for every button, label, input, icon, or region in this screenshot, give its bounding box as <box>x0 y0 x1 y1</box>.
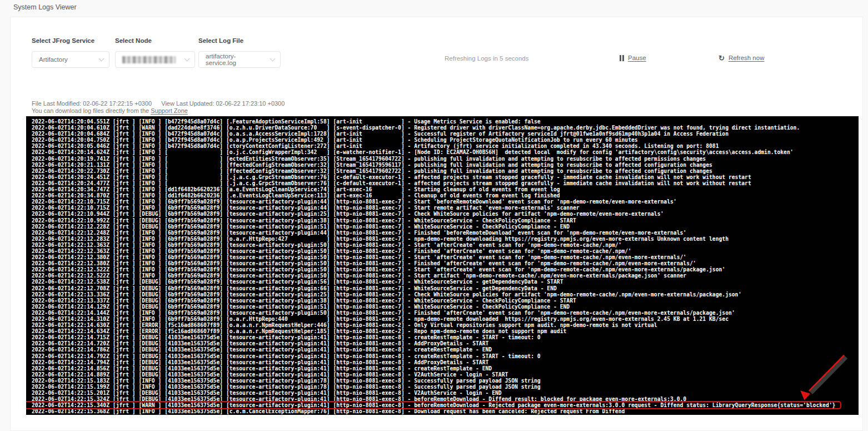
log-line: 2022-06-02T14:22:12.522Z [jfrt ] [INFO ]… <box>32 266 859 273</box>
log-line: 2022-06-02T14:22:15.368Z [jfrt ] [INFO ]… <box>32 408 859 414</box>
chevron-down-icon <box>184 56 190 62</box>
chevron-down-icon <box>270 56 276 62</box>
log-line: 2022-06-02T14:22:14.856Z [jfrt ] [DEBUG]… <box>32 365 859 371</box>
log-line: 2022-06-02T14:20:24.451Z [jfrt ] [INFO ]… <box>32 174 859 180</box>
log-line: 2022-06-02T14:22:14.889Z [jfrt ] [DEBUG]… <box>32 371 859 378</box>
view-last-updated: View Last Updated: 02-06-22 17:23:10 +03… <box>161 100 285 107</box>
log-line: 2022-06-02T14:22:14.786Z [jfrt ] [DEBUG]… <box>32 346 859 353</box>
log-line: 2022-06-02T14:22:13.336Z [jfrt ] [DEBUG]… <box>32 291 859 298</box>
log-line: 2022-06-02T14:22:15.201Z [jfrt ] [DEBUG]… <box>32 390 859 396</box>
logfile-select-value: artifactory-service.log <box>206 53 266 66</box>
log-line: 2022-06-02T14:22:12.228Z [jfrt ] [DEBUG]… <box>32 224 859 230</box>
service-select[interactable]: Artifactory <box>32 51 109 68</box>
log-line: 2022-06-02T14:20:04.684Z [jfrt ] [INFO ]… <box>32 131 859 137</box>
refresh-icon: ↻ <box>719 55 725 61</box>
log-line: 2022-06-02T14:22:14.129Z [jfrt ] [DEBUG]… <box>32 304 859 310</box>
log-line: 2022-06-02T14:22:14.794Z [jfrt ] [DEBUG]… <box>32 359 859 365</box>
log-line: 2022-06-02T14:22:10.715Z [jfrt ] [INFO ]… <box>32 199 859 205</box>
log-line: 2022-06-02T14:22:14.715Z [jfrt ] [DEBUG]… <box>32 334 859 340</box>
log-line: 2022-06-02T14:22:12.248Z [jfrt ] [INFO ]… <box>32 230 859 236</box>
pause-button[interactable]: Pause <box>620 55 646 61</box>
refresh-countdown-text: Refreshing Logs in 5 seconds <box>445 55 529 62</box>
log-line: 2022-06-02T14:20:22.730Z [jfrt ] [INFO ]… <box>32 168 859 174</box>
file-last-modified: File Last Modified: 02-06-22 17:22:15 +0… <box>32 100 152 107</box>
log-line: 2022-06-02T14:22:13.337Z [jfrt ] [DEBUG]… <box>32 298 859 304</box>
log-line: 2022-06-02T14:22:12.283Z [jfrt ] [INFO ]… <box>32 236 859 242</box>
log-line: 2022-06-02T14:22:10.715Z [jfrt ] [INFO ]… <box>32 205 859 211</box>
log-line: 2022-06-02T14:22:14.310Z [jfrt ] [INFO ]… <box>32 316 859 322</box>
log-line: 2022-06-02T14:22:14.144Z [jfrt ] [INFO ]… <box>32 310 859 316</box>
log-line: 2022-06-02T14:22:12.363Z [jfrt ] [INFO ]… <box>32 242 859 248</box>
log-line: 2022-06-02T14:22:15.340Z [jfrt ] [WARN ]… <box>26 402 840 408</box>
log-line: 2022-06-02T14:22:12.380Z [jfrt ] [INFO ]… <box>32 260 859 266</box>
log-line: 2022-06-02T14:22:14.630Z [jfrt ] [ERROR]… <box>32 322 859 328</box>
system-logs-viewer-page: System Logs Viewer Select JFrog Service … <box>0 0 868 431</box>
log-line: 2022-06-02T14:20:34.747Z [jfrt ] [INFO ]… <box>32 186 859 192</box>
log-line: 2022-06-02T14:22:15.183Z [jfrt ] [INFO ]… <box>32 378 859 384</box>
refresh-now-label: Refresh now <box>729 55 765 61</box>
log-line: 2022-06-02T14:20:04.551Z [jfrt ] [INFO ]… <box>32 118 859 125</box>
log-line: 2022-06-02T14:22:10.944Z [jfrt ] [DEBUG]… <box>32 211 859 217</box>
log-line: 2022-06-02T14:20:34.870Z [jfrt ] [INFO ]… <box>32 192 859 199</box>
page-title: System Logs Viewer <box>13 3 77 11</box>
node-select[interactable] <box>115 51 195 68</box>
chevron-down-icon <box>99 56 104 62</box>
download-hint-text: You can download log files directly from… <box>32 107 151 114</box>
log-line: 2022-06-02T14:22:15.199Z [jfrt ] [INFO ]… <box>32 384 859 390</box>
log-line: 2022-06-02T14:22:12.363Z [jfrt ] [INFO ]… <box>32 248 859 254</box>
log-line: 2022-06-02T14:20:19.741Z [jfrt ] [INFO ]… <box>32 156 859 162</box>
file-info-row: File Last Modified: 02-06-22 17:22:15 +0… <box>32 100 292 107</box>
log-line: 2022-06-02T14:20:21.131Z [jfrt ] [INFO ]… <box>32 162 859 168</box>
log-console[interactable]: 2022-06-02T14:20:04.551Z [jfrt ] [INFO ]… <box>26 116 859 415</box>
log-line: 2022-06-02T14:22:12.708Z [jfrt ] [DEBUG]… <box>32 285 859 291</box>
log-line: 2022-06-02T14:22:12.522Z [jfrt ] [INFO ]… <box>32 273 859 279</box>
node-select-redacted-value <box>122 56 176 63</box>
logfile-select-label: Select Log File <box>198 37 243 44</box>
log-line: 2022-06-02T14:20:14.624Z [jfrt ] [INFO ]… <box>32 149 859 155</box>
refresh-now-button[interactable]: ↻ Refresh now <box>719 55 764 61</box>
pause-button-label: Pause <box>628 55 646 61</box>
log-line: 2022-06-02T14:22:14.792Z [jfrt ] [DEBUG]… <box>32 353 859 359</box>
log-line: 2022-06-02T14:22:15.324Z [jfrt ] [DEBUG]… <box>32 396 859 402</box>
log-line: 2022-06-02T14:22:14.720Z [jfrt ] [DEBUG]… <box>32 340 859 346</box>
download-hint: You can download log files directly from… <box>32 107 188 114</box>
log-line: 2022-06-02T14:20:04.750Z [jfrt ] [INFO ]… <box>32 137 859 143</box>
node-select-label: Select Node <box>115 37 152 44</box>
support-zone-link[interactable]: Support Zone <box>151 107 188 114</box>
log-line: 2022-06-02T14:20:05.046Z [jfrt ] [INFO ]… <box>32 143 859 149</box>
service-select-value: Artifactory <box>39 56 68 63</box>
log-line: 2022-06-02T14:20:04.610Z [jfrt ] [WARN ]… <box>32 125 859 131</box>
log-line: 2022-06-02T14:22:14.634Z [jfrt ] [ERROR]… <box>32 328 859 334</box>
logfile-select[interactable]: artifactory-service.log <box>198 51 281 68</box>
service-select-label: Select JFrog Service <box>32 37 94 44</box>
pause-icon <box>620 55 624 61</box>
log-line: 2022-06-02T14:20:24.477Z [jfrt ] [INFO ]… <box>32 180 859 186</box>
log-line: 2022-06-02T14:22:10.992Z [jfrt ] [DEBUG]… <box>32 217 859 224</box>
log-line: 2022-06-02T14:22:12.380Z [jfrt ] [INFO ]… <box>32 254 859 260</box>
log-line: 2022-06-02T14:22:12.538Z [jfrt ] [DEBUG]… <box>32 279 859 285</box>
